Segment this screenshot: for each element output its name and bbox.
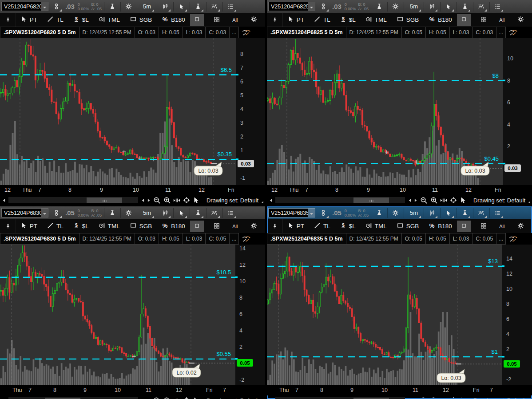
toolbar-settings-button[interactable]: [246, 14, 262, 26]
price-level-tool-button[interactable]: $$L: [68, 13, 94, 27]
patterns-icon[interactable]: [476, 208, 487, 218]
chart-menu-icon[interactable]: [492, 208, 504, 218]
header-more-button[interactable]: ...: [496, 233, 506, 245]
b180-tool-button[interactable]: %B180: [157, 13, 190, 27]
studies-menu-flask-icon[interactable]: [192, 1, 204, 12]
single-layout-button[interactable]: [190, 14, 204, 26]
symbol-input[interactable]: V251204P6835: [268, 208, 315, 217]
apply-all-button[interactable]: All: [494, 221, 510, 232]
apply-all-button[interactable]: All: [227, 14, 243, 26]
symbol-dropdown-button[interactable]: [41, 2, 48, 11]
crosshair-icon[interactable]: [449, 196, 458, 204]
sgb-tool-button[interactable]: SGB: [125, 13, 157, 27]
toolbar-settings-button[interactable]: [512, 221, 528, 232]
time-level-tool-button[interactable]: TML: [94, 219, 125, 233]
zoom-out-icon[interactable]: [420, 196, 428, 204]
drawing-set-selector[interactable]: Drawing set: Default: [473, 197, 531, 204]
pan-icon[interactable]: [173, 396, 181, 399]
zoom-out-icon[interactable]: [153, 196, 161, 204]
chart-type-icon[interactable]: [159, 208, 171, 218]
symbol-input[interactable]: V251204P6830: [1, 208, 48, 217]
timeframe-button[interactable]: 5m: [406, 208, 421, 218]
symbol-dropdown-button[interactable]: [308, 2, 315, 11]
pin-icon[interactable]: [268, 219, 283, 233]
step-left-icon[interactable]: [407, 197, 412, 204]
cursor-tool-icon[interactable]: [176, 1, 187, 12]
chart-menu-icon[interactable]: [225, 1, 237, 12]
zoom-out-icon[interactable]: [153, 396, 161, 399]
link-icon[interactable]: [318, 1, 329, 12]
restore-panel-icon[interactable]: [511, 235, 519, 245]
chart-area[interactable]: $6.5$0.3587654321-10.03Lo: 0.03: [0, 38, 265, 185]
time-level-tool-button[interactable]: TML: [361, 13, 392, 27]
pointer-mode-icon[interactable]: [192, 196, 201, 204]
b180-tool-button[interactable]: %B180: [157, 219, 190, 233]
studies-flask-icon[interactable]: [107, 1, 118, 12]
drawing-set-selector[interactable]: Drawing set: Default: [473, 397, 531, 399]
link-icon[interactable]: [318, 208, 329, 218]
cursor-tool-icon[interactable]: [443, 1, 454, 12]
header-more-button[interactable]: ...: [230, 233, 239, 245]
trendline-tool-button[interactable]: TL: [42, 219, 68, 233]
header-more-button[interactable]: ...: [230, 27, 239, 38]
scroll-left-icon[interactable]: [1, 397, 6, 399]
step-right-icon[interactable]: [413, 197, 418, 204]
pointer-tool-button[interactable]: PT: [283, 219, 309, 233]
patterns-icon[interactable]: [476, 1, 487, 12]
timeframe-button[interactable]: 5m: [139, 208, 155, 218]
chart-scrollbar[interactable]: [8, 397, 138, 399]
step-left-icon[interactable]: [407, 397, 412, 399]
chart-menu-icon[interactable]: [492, 1, 504, 12]
candlestick-chart[interactable]: $6.5$0.3587654321-10.03Lo: 0.03: [0, 38, 265, 185]
settings-gear-icon[interactable]: [123, 208, 135, 218]
grid-layout-button[interactable]: [476, 221, 492, 232]
price-level-tool-button[interactable]: $$L: [335, 219, 361, 233]
pointer-tool-button[interactable]: PT: [16, 219, 42, 233]
trendline-tool-button[interactable]: TL: [309, 219, 335, 233]
zoom-in-icon[interactable]: [430, 396, 438, 399]
pin-icon[interactable]: [1, 219, 16, 233]
pan-icon[interactable]: [173, 196, 181, 204]
pointer-tool-button[interactable]: PT: [16, 13, 42, 27]
chart-type-icon[interactable]: [426, 208, 438, 218]
step-left-icon[interactable]: [140, 197, 145, 204]
zoom-in-icon[interactable]: [163, 396, 171, 399]
grid-layout-button[interactable]: [209, 14, 225, 26]
scroll-left-icon[interactable]: [1, 197, 6, 204]
studies-flask-icon[interactable]: [373, 208, 385, 218]
trendline-tool-button[interactable]: TL: [309, 13, 335, 27]
pan-icon[interactable]: [440, 396, 448, 399]
pointer-mode-icon[interactable]: [459, 396, 468, 399]
step-right-icon[interactable]: [147, 197, 151, 204]
restore-panel-icon[interactable]: [244, 28, 252, 38]
header-more-button[interactable]: ...: [496, 27, 506, 38]
settings-gear-icon[interactable]: [390, 1, 401, 12]
settings-gear-icon[interactable]: [390, 208, 401, 218]
drawing-set-selector[interactable]: Drawing set: Default: [206, 397, 264, 399]
apply-all-button[interactable]: All: [227, 221, 243, 232]
price-level-tool-button[interactable]: $$L: [335, 13, 361, 27]
step-right-icon[interactable]: [147, 397, 151, 399]
studies-flask-icon[interactable]: [373, 1, 385, 12]
symbol-input[interactable]: V251204P6825: [268, 2, 315, 11]
trendline-tool-button[interactable]: TL: [42, 13, 68, 27]
single-layout-button[interactable]: [190, 221, 204, 232]
chart-type-icon[interactable]: [426, 1, 438, 12]
chart-area[interactable]: $13$11412108642-20.05Lo: 0.03: [267, 245, 532, 385]
time-level-tool-button[interactable]: TML: [361, 219, 392, 233]
zoom-in-icon[interactable]: [430, 196, 438, 204]
symbol-dropdown-button[interactable]: [308, 209, 315, 217]
crosshair-icon[interactable]: [183, 196, 191, 204]
patterns-icon[interactable]: [209, 1, 220, 12]
scrollbar-thumb[interactable]: [353, 198, 389, 203]
step-right-icon[interactable]: [413, 397, 418, 399]
chart-scrollbar[interactable]: [8, 197, 138, 203]
crosshair-icon[interactable]: [183, 396, 191, 399]
candlestick-chart[interactable]: $8$0.451086420.03Lo: 0.03: [267, 38, 532, 185]
pointer-mode-icon[interactable]: [459, 196, 468, 204]
link-icon[interactable]: [51, 1, 62, 12]
pin-icon[interactable]: [1, 13, 16, 27]
pointer-mode-icon[interactable]: [192, 396, 201, 399]
cursor-tool-icon[interactable]: [176, 208, 187, 218]
toolbar-settings-button[interactable]: [512, 14, 528, 26]
